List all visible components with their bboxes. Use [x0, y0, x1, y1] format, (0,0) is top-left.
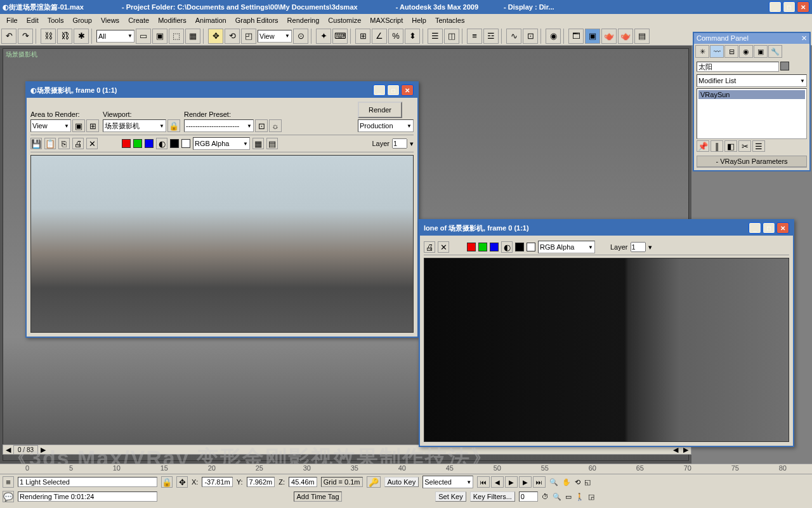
- object-name-field[interactable]: [697, 62, 779, 72]
- minimize-button[interactable]: _: [769, 1, 782, 13]
- object-color-swatch[interactable]: [780, 62, 789, 70]
- overlay-b-icon[interactable]: ▤: [266, 138, 278, 149]
- channel-red-icon[interactable]: [122, 139, 131, 148]
- menu-rendering[interactable]: Rendering: [284, 15, 324, 25]
- preset-combo[interactable]: -----------------------: [184, 119, 254, 132]
- menu-modifiers[interactable]: Modifiers: [154, 15, 190, 25]
- abs-transform-icon[interactable]: ✥: [176, 476, 188, 488]
- area-combo[interactable]: View: [30, 119, 71, 132]
- y-field[interactable]: 7.962m: [247, 477, 275, 487]
- x-field[interactable]: -37.81m: [202, 477, 232, 487]
- prompt-icon[interactable]: 💬: [3, 491, 14, 502]
- link-icon[interactable]: ⛓: [41, 29, 56, 44]
- select-name-icon[interactable]: ▣: [152, 29, 167, 44]
- nav-orbit-icon[interactable]: ⟲: [575, 478, 580, 486]
- save-image-icon[interactable]: 💾: [30, 138, 42, 149]
- dialog2-close[interactable]: ✕: [776, 222, 789, 234]
- viewport-combo[interactable]: 场景摄影机: [103, 119, 166, 132]
- nav-walk-icon[interactable]: 🚶: [575, 493, 584, 501]
- lock-selection-icon[interactable]: 🔒: [161, 476, 173, 488]
- menu-help[interactable]: Help: [408, 15, 430, 25]
- tab-motion-icon[interactable]: ◉: [739, 45, 753, 58]
- setkey-button[interactable]: Set Key: [435, 491, 466, 502]
- dialog1-close[interactable]: ✕: [401, 84, 414, 96]
- bg-swatch[interactable]: [181, 139, 190, 148]
- rollout-vraysun[interactable]: - VRaySun Parameters: [697, 156, 807, 168]
- rollout-header[interactable]: - VRaySun Parameters: [716, 157, 787, 165]
- goto-start-icon[interactable]: ⏮: [477, 476, 490, 488]
- time-ruler[interactable]: 05101520253035404550556065707580: [0, 464, 812, 474]
- nav-zoom-icon[interactable]: 🔍: [549, 478, 558, 486]
- panel-close-icon[interactable]: ✕: [801, 34, 807, 43]
- key-icon[interactable]: 🔑: [367, 476, 381, 488]
- env-icon[interactable]: ☼: [269, 119, 282, 132]
- quick-render-icon[interactable]: 🫖: [618, 29, 633, 44]
- autokey-button[interactable]: Auto Key: [384, 477, 419, 487]
- z-field[interactable]: 45.46m: [289, 477, 317, 487]
- menu-edit[interactable]: Edit: [23, 15, 43, 25]
- d2-bg-swatch[interactable]: [527, 243, 535, 251]
- selection-filter-combo[interactable]: All: [96, 30, 134, 43]
- keyfilters-button[interactable]: Key Filters...: [470, 491, 515, 502]
- render-icon[interactable]: 🫖: [601, 29, 617, 44]
- menu-tools[interactable]: Tools: [44, 15, 68, 25]
- add-time-tag[interactable]: Add Time Tag: [294, 491, 341, 502]
- named-sel-icon[interactable]: ☰: [428, 29, 443, 44]
- channel-green-icon[interactable]: [133, 139, 142, 148]
- scale-icon[interactable]: ◰: [241, 29, 256, 44]
- overlay-a-icon[interactable]: ▦: [252, 138, 264, 149]
- tab-utilities-icon[interactable]: 🔧: [768, 45, 782, 58]
- d2-red-icon[interactable]: [467, 243, 476, 251]
- tab-create-icon[interactable]: ✳: [695, 45, 709, 58]
- clone-image-icon[interactable]: ⎘: [58, 138, 70, 149]
- window-crossing-icon[interactable]: ▦: [185, 29, 200, 44]
- schematic-icon[interactable]: ⊡: [523, 29, 538, 44]
- maximize-button[interactable]: □: [783, 1, 796, 13]
- goto-end-icon[interactable]: ⏭: [533, 476, 546, 488]
- align-icon[interactable]: ≡: [467, 29, 482, 44]
- render-output-2[interactable]: [424, 258, 789, 442]
- modifier-list-combo[interactable]: Modifier List: [697, 74, 807, 87]
- play-icon[interactable]: ▶: [505, 476, 518, 488]
- d2-layer-field[interactable]: [631, 242, 646, 252]
- keymode-icon[interactable]: ⌨: [332, 29, 348, 44]
- copy-image-icon[interactable]: 📋: [44, 138, 56, 149]
- layers-icon[interactable]: ☲: [483, 29, 499, 44]
- snap-icon[interactable]: ⊞: [355, 29, 370, 44]
- mirror-icon[interactable]: ◫: [444, 29, 459, 44]
- tab-hierarchy-icon[interactable]: ⊟: [724, 45, 738, 58]
- close-button[interactable]: ✕: [797, 1, 809, 13]
- modifier-stack[interactable]: VRaySun: [697, 88, 807, 139]
- dialog1-titlebar[interactable]: ◐ 场景摄影机, frame 0 (1:1) _ □ ✕: [27, 83, 417, 98]
- channel-blue-icon[interactable]: [145, 139, 154, 148]
- curve-editor-icon[interactable]: ∿: [506, 29, 521, 44]
- dialog1-minimize[interactable]: _: [373, 84, 386, 96]
- d2-print-icon[interactable]: 🖨: [424, 241, 435, 253]
- layer-field[interactable]: [392, 138, 407, 149]
- current-frame-field[interactable]: [519, 491, 538, 502]
- menu-tentacles[interactable]: Tentacles: [431, 15, 468, 25]
- prev-frame-icon[interactable]: ◀: [491, 476, 504, 488]
- d2-green-icon[interactable]: [478, 243, 487, 251]
- config-icon[interactable]: ☰: [752, 140, 765, 152]
- select-region-icon[interactable]: ⬚: [169, 29, 184, 44]
- unlink-icon[interactable]: ⛓̸: [57, 29, 72, 44]
- tab-display-icon[interactable]: ▣: [754, 45, 768, 58]
- time-config-icon[interactable]: ⏱: [542, 493, 549, 500]
- menu-grapheditors[interactable]: Graph Editors: [232, 15, 282, 25]
- pivot-icon[interactable]: ⊙: [293, 29, 308, 44]
- dialog2-titlebar[interactable]: lone of 场景摄影机, frame 0 (1:1) _ □ ✕: [420, 220, 793, 236]
- ref-coord-combo[interactable]: View: [258, 30, 292, 43]
- print-icon[interactable]: 🖨: [72, 138, 84, 149]
- nav-fov-icon[interactable]: ▭: [565, 493, 572, 501]
- render-output-1[interactable]: [30, 155, 414, 333]
- d2-channel-combo[interactable]: RGB Alpha: [538, 241, 595, 253]
- select-icon[interactable]: ▭: [136, 29, 151, 44]
- menu-animation[interactable]: Animation: [192, 15, 230, 25]
- rotate-icon[interactable]: ⟲: [225, 29, 240, 44]
- undo-icon[interactable]: ↶: [1, 29, 16, 44]
- menu-create[interactable]: Create: [124, 15, 153, 25]
- stack-item-vraysun[interactable]: VRaySun: [698, 90, 805, 99]
- d2-blue-icon[interactable]: [490, 243, 499, 251]
- region-edit-icon[interactable]: ▣: [72, 119, 85, 132]
